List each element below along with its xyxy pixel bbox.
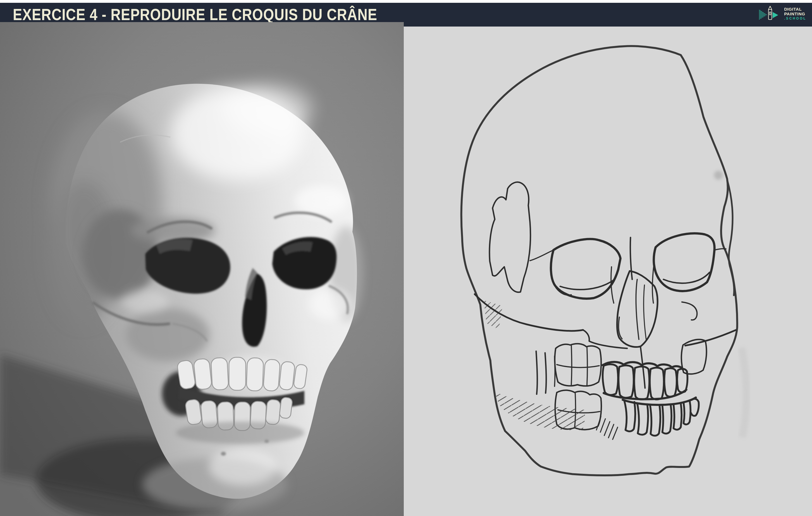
logo-word-painting: PAINTING <box>784 12 806 16</box>
digital-painting-school-logo: DIGITAL PAINTING .SCHOOL <box>758 5 806 22</box>
logo-word-school: .SCHOOL <box>784 17 806 20</box>
lower-teeth-sketch <box>623 398 699 436</box>
nose-sketch <box>611 238 658 388</box>
chin-hatch <box>597 416 618 439</box>
mouth <box>162 357 308 444</box>
jaw-hatch <box>495 392 585 430</box>
page-title: EXERCICE 4 - REPRODUIRE LE CROQUIS DU CR… <box>13 5 377 24</box>
skull-3d-render-figure <box>0 22 404 516</box>
right-eye-socket-sketch <box>654 234 715 291</box>
logo-text: DIGITAL PAINTING .SCHOOL <box>784 7 806 20</box>
logo-word-digital: DIGITAL <box>784 7 806 11</box>
skull-front-sketch <box>404 27 812 516</box>
eye-sockets-sketch <box>530 234 726 299</box>
skull-3d-render <box>0 22 404 516</box>
tooth-root-lines <box>536 351 555 394</box>
exercise-slide: { "header": { "title": "EXERCICE 4 - REP… <box>0 0 812 516</box>
pen-stylus-icon <box>758 5 782 22</box>
paper-shading <box>742 348 746 437</box>
cranium-outline <box>461 46 737 476</box>
smudge-mark <box>714 171 723 180</box>
skull-sketch-figure <box>404 27 812 516</box>
temple-hatch-patch <box>490 182 530 292</box>
upper-teeth <box>177 357 308 391</box>
